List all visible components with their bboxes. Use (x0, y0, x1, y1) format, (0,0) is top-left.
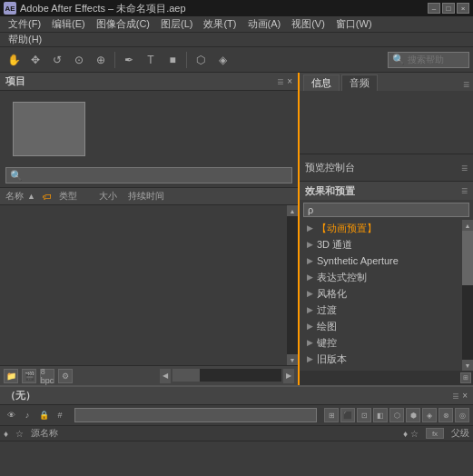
toolbar-search-input[interactable] (408, 55, 471, 64)
project-new-folder-btn[interactable]: 📁 (4, 369, 18, 383)
effects-panel-header: 效果和预置 ≡ (300, 182, 473, 200)
tl-icon-4[interactable]: ◧ (373, 408, 388, 422)
tool-puppet[interactable]: ◈ (212, 50, 232, 70)
col-type[interactable]: 类型 (59, 190, 77, 203)
menu-layer[interactable]: 图层(L) (156, 16, 197, 32)
ae-logo: AE (4, 2, 16, 15)
minimize-button[interactable]: – (428, 3, 440, 14)
tab-audio[interactable]: 音频 (341, 74, 378, 91)
effects-scroll-down[interactable]: ▼ (462, 360, 473, 371)
timeline-columns-row: ♦ ☆ 源名称 ♦ ☆ fx 父级 (0, 425, 473, 441)
tool-move[interactable]: ✥ (25, 50, 45, 70)
tl-hash-icon[interactable]: # (53, 408, 67, 422)
effect-label-8: 旧版本 (317, 352, 347, 366)
effect-label-1: 3D 通道 (317, 238, 352, 252)
project-scroll-up[interactable]: ▲ (287, 205, 298, 216)
project-scroll-left[interactable]: ◀ (160, 369, 171, 383)
tl-icon-1[interactable]: ⊞ (324, 408, 339, 422)
title-text: Adobe After Effects – 未命名项目.aep (20, 2, 186, 15)
effect-label-0: 【动画预置】 (317, 222, 377, 235)
timeline-search-input[interactable] (79, 411, 312, 421)
timeline-panel-close[interactable]: × (462, 391, 468, 401)
menu-file[interactable]: 文件(F) (4, 16, 45, 32)
tl-col-switch2: ☆ (15, 429, 24, 439)
project-new-comp-btn[interactable]: 🎬 (22, 369, 36, 383)
effect-label-7: 键控 (317, 336, 337, 350)
bpc-label: 8 bpc (41, 367, 54, 385)
effects-search-input[interactable] (313, 205, 465, 215)
effect-item-transition[interactable]: ▶ 过渡 (300, 302, 462, 318)
maximize-button[interactable]: □ (442, 3, 455, 14)
tl-icon-6[interactable]: ⬢ (406, 408, 420, 422)
tl-fx-btn[interactable]: fx (426, 428, 444, 439)
tl-icon-9[interactable]: ◎ (455, 408, 469, 422)
project-settings-btn[interactable]: ⚙ (58, 369, 73, 383)
project-scroll-right[interactable]: ▶ (283, 369, 294, 383)
effect-label-4: 风格化 (317, 287, 347, 301)
tl-icon-7[interactable]: ◈ (422, 408, 437, 422)
effect-item-expression-controls[interactable]: ▶ 表达式控制 (300, 269, 462, 285)
project-scroll-track-h (172, 369, 281, 382)
project-panel-menu-icon[interactable]: ≡ (277, 75, 283, 88)
menu-composition[interactable]: 图像合成(C) (92, 16, 154, 32)
tl-col-switch1: ♦ (4, 429, 8, 439)
effect-item-stylize[interactable]: ▶ 风格化 (300, 285, 462, 302)
timeline-panel-title: （无） (5, 389, 35, 402)
effect-item-keying[interactable]: ▶ 键控 (300, 334, 462, 351)
tl-speaker-icon[interactable]: ♪ (20, 408, 34, 422)
tl-icon-5[interactable]: ⬡ (389, 408, 404, 422)
project-search-input[interactable] (25, 171, 288, 181)
menu-help[interactable]: 帮助(H) (4, 32, 46, 47)
tl-col-name: 源名称 (31, 427, 58, 440)
effect-item-legacy[interactable]: ▶ 旧版本 (300, 351, 462, 367)
effects-bottom-btn[interactable]: ⊞ (460, 372, 471, 383)
col-name[interactable]: 名称 (5, 190, 24, 203)
project-scrollbar[interactable]: ▲ ▼ (287, 205, 298, 365)
effects-panel-title: 效果和预置 (305, 184, 355, 198)
title-bar-controls[interactable]: – □ × (428, 3, 469, 14)
preview-panel-menu[interactable]: ≡ (461, 162, 468, 174)
tool-clone[interactable]: ⬡ (191, 50, 211, 70)
effect-item-animation-presets[interactable]: ▶ 【动画预置】 (300, 220, 462, 236)
timeline-icon-group: ⊞ ⬛ ⊡ ◧ ⬡ ⬢ ◈ ⊗ ◎ (324, 408, 469, 422)
tool-camera-move[interactable]: ⊕ (91, 50, 111, 70)
tab-info[interactable]: 信息 (303, 74, 340, 91)
project-scroll-down[interactable]: ▼ (287, 354, 298, 365)
menu-window[interactable]: 窗口(W) (331, 16, 377, 32)
menu-effect[interactable]: 效果(T) (199, 16, 241, 32)
menu-animation[interactable]: 动画(A) (243, 16, 286, 32)
menu-edit[interactable]: 编辑(E) (47, 16, 90, 32)
project-panel-header: 项目 ≡ × (0, 73, 298, 91)
tl-icon-3[interactable]: ⊡ (357, 408, 371, 422)
tl-eye-icon[interactable]: 👁 (4, 408, 18, 422)
close-button[interactable]: × (457, 3, 469, 14)
project-columns: 名称 ▲ 🏷 类型 大小 持续时间 (0, 187, 298, 205)
tl-icon-2[interactable]: ⬛ (340, 408, 355, 422)
effect-item-3d-channel[interactable]: ▶ 3D 通道 (300, 236, 462, 253)
tool-camera-orbit[interactable]: ⊙ (69, 50, 89, 70)
tl-icon-8[interactable]: ⊗ (439, 408, 453, 422)
project-info (98, 94, 292, 164)
effects-scroll-up[interactable]: ▲ (462, 220, 473, 231)
col-duration[interactable]: 持续时间 (128, 190, 164, 203)
project-bpc-btn[interactable]: 8 bpc (40, 369, 54, 383)
tool-pen[interactable]: ✒ (119, 50, 139, 70)
menu-view[interactable]: 视图(V) (287, 16, 330, 32)
project-panel-close[interactable]: × (287, 76, 292, 86)
tool-shape[interactable]: ■ (163, 50, 182, 70)
timeline-panel-menu[interactable]: ≡ (452, 390, 458, 402)
tl-lock-icon[interactable]: 🔒 (36, 408, 51, 422)
effect-item-synthetic-aperture[interactable]: ▶ Synthetic Aperture (300, 253, 462, 269)
col-size[interactable]: 大小 (99, 190, 117, 203)
effects-panel-menu[interactable]: ≡ (461, 184, 468, 197)
search-icon: 🔍 (392, 54, 405, 65)
effect-item-paint[interactable]: ▶ 绘图 (300, 318, 462, 334)
project-scroll-thumb-h (172, 369, 200, 382)
tool-text[interactable]: T (141, 50, 161, 70)
info-panel-menu[interactable]: ≡ (463, 78, 469, 91)
tool-rotate[interactable]: ↺ (47, 50, 67, 70)
tool-hand[interactable]: ✋ (4, 50, 24, 70)
info-tabs-row: 信息 音频 ≡ (300, 73, 473, 91)
timeline-search-row: 👁 ♪ 🔒 # ⊞ ⬛ ⊡ ◧ ⬡ ⬢ ◈ ⊗ ◎ (0, 405, 473, 425)
effects-scroll-track (462, 231, 473, 360)
